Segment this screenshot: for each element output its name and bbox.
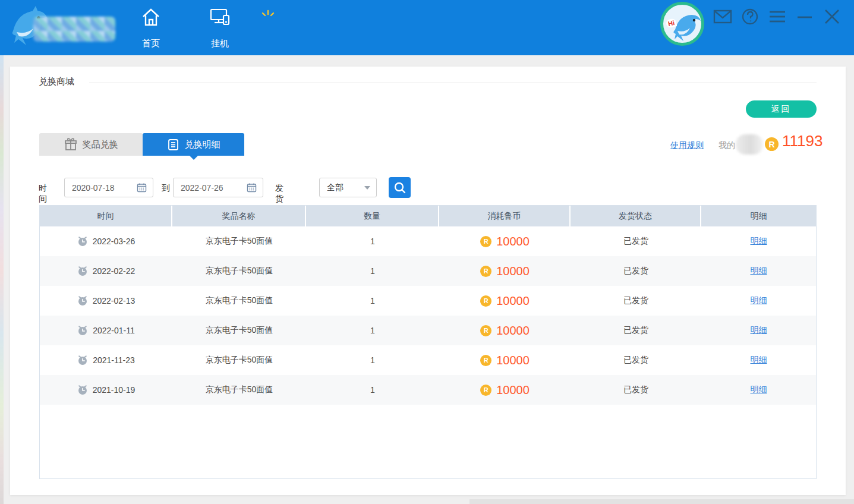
menu-icon[interactable] [768, 7, 787, 26]
header-detail: 明细 [701, 206, 816, 226]
cell-shipping-status: 已发货 [571, 226, 701, 256]
cell-coins-value: 10000 [496, 383, 530, 397]
sparkle-icon [260, 10, 276, 21]
cell-shipping-status: 已发货 [571, 375, 701, 405]
tab-exchange-details-label: 兑换明细 [185, 139, 220, 150]
coin-icon: R [480, 236, 491, 247]
cell-time: 2022-02-22 [40, 256, 172, 286]
chevron-down-icon [364, 186, 370, 190]
main-nav: 首页 挂机 [132, 7, 239, 49]
detail-link[interactable]: 明细 [751, 355, 767, 366]
monitor-phone-icon [209, 7, 231, 27]
cell-quantity: 1 [306, 226, 439, 256]
cell-time-value: 2022-02-22 [93, 266, 135, 276]
date-to-input[interactable]: 2022-07-26 [173, 178, 263, 197]
user-avatar[interactable]: Hi [660, 2, 704, 46]
cell-prize-name: 京东电子卡50面值 [172, 226, 306, 256]
cell-coins-spent: R 10000 [439, 286, 571, 316]
detail-link[interactable]: 明细 [751, 385, 767, 395]
clock-icon [77, 266, 88, 276]
titlebar: 首页 挂机 Hi [0, 0, 854, 55]
cell-quantity: 1 [306, 286, 439, 316]
table-row: 2022-02-22 京东电子卡50面值 1 R 10000 已发货 明细 [40, 256, 816, 286]
cell-shipping-status: 已发货 [571, 316, 701, 345]
to-label: 到 [162, 183, 170, 194]
date-from-input[interactable]: 2020-07-18 [64, 178, 153, 197]
coin-balance: 11193 [782, 132, 823, 150]
cell-coins-spent: R 10000 [439, 226, 571, 256]
nav-home[interactable]: 首页 [132, 7, 170, 49]
cell-time: 2022-03-26 [40, 226, 172, 256]
cell-coins-spent: R 10000 [439, 345, 571, 375]
detail-link[interactable]: 明细 [751, 295, 767, 306]
date-from-value: 2020-07-18 [72, 183, 137, 193]
search-button[interactable] [389, 177, 411, 198]
coin-icon: R [480, 385, 491, 396]
date-to-value: 2022-07-26 [181, 183, 247, 193]
clock-icon [77, 236, 88, 247]
title-divider [89, 83, 817, 83]
cell-shipping-status: 已发货 [571, 286, 701, 316]
app-name-blurred [33, 17, 115, 42]
cell-coins-value: 10000 [496, 354, 530, 367]
coin-icon: R [480, 295, 491, 307]
cell-quantity: 1 [306, 375, 439, 405]
tab-prize-exchange-label: 奖品兑换 [83, 139, 118, 150]
cell-quantity: 1 [306, 316, 439, 345]
tab-exchange-details[interactable]: 兑换明细 [143, 133, 244, 156]
cell-coins-value: 10000 [496, 294, 530, 308]
cell-coins-spent: R 10000 [439, 375, 571, 405]
cell-shipping-status: 已发货 [571, 256, 701, 286]
header-coins-spent: 消耗鲁币 [439, 206, 571, 226]
time-filter-label: 时间 [39, 183, 47, 204]
clock-icon [77, 325, 88, 336]
cell-prize-name: 京东电子卡50面值 [172, 316, 306, 345]
table-body: 2022-03-26 京东电子卡50面值 1 R 10000 已发货 明细 [40, 226, 816, 405]
taskbar-edge [469, 499, 854, 504]
cell-time: 2021-10-19 [40, 375, 172, 405]
cell-time: 2022-01-11 [40, 316, 172, 345]
shipping-status-value: 全部 [327, 182, 360, 193]
close-icon[interactable] [823, 7, 842, 26]
nav-idle-label: 挂机 [211, 38, 229, 49]
shipping-status-select[interactable]: 全部 [319, 178, 377, 197]
cell-time-value: 2021-10-19 [93, 385, 135, 395]
exchange-details-table: 时间 奖品名称 数量 消耗鲁币 发货状态 明细 2022-03-26 京东电子卡… [39, 205, 817, 479]
table-row: 2021-11-23 京东电子卡50面值 1 R 10000 已发货 明细 [40, 345, 816, 375]
cell-time: 2022-02-13 [40, 286, 172, 316]
calendar-icon [137, 182, 147, 193]
cell-coins-value: 10000 [496, 324, 530, 338]
cell-prize-name: 京东电子卡50面值 [172, 345, 306, 375]
header-time: 时间 [40, 206, 172, 226]
app-window: 首页 挂机 Hi [0, 0, 854, 504]
coin-icon: R [480, 325, 491, 336]
detail-link[interactable]: 明细 [751, 325, 767, 336]
cell-coins-value: 10000 [496, 235, 530, 248]
back-button[interactable]: 返回 [746, 100, 817, 118]
titlebar-icons [713, 6, 842, 27]
cell-time-value: 2021-11-23 [93, 355, 135, 365]
tab-prize-exchange[interactable]: 奖品兑换 [39, 133, 143, 156]
cell-coins-spent: R 10000 [439, 316, 571, 345]
coin-icon: R [480, 355, 491, 366]
help-icon[interactable] [740, 7, 760, 26]
usage-rules-link[interactable]: 使用规则 [670, 140, 704, 151]
header-shipping-status: 发货状态 [571, 206, 701, 226]
header-quantity: 数量 [306, 206, 439, 226]
minimize-icon[interactable] [795, 7, 814, 26]
cell-shipping-status: 已发货 [571, 345, 701, 375]
cell-coins-spent: R 10000 [439, 256, 571, 286]
mail-icon[interactable] [713, 7, 732, 26]
detail-link[interactable]: 明细 [751, 266, 767, 276]
detail-link[interactable]: 明细 [751, 236, 767, 247]
cell-prize-name: 京东电子卡50面值 [172, 286, 306, 316]
tab-bar: 奖品兑换 兑换明细 [39, 133, 244, 156]
cell-time-value: 2022-02-13 [93, 296, 135, 305]
list-icon [167, 138, 179, 151]
balance-name-blurred [736, 134, 763, 155]
table-row: 2022-03-26 京东电子卡50面值 1 R 10000 已发货 明细 [40, 226, 816, 256]
search-icon [393, 181, 406, 194]
page-title: 兑换商城 [39, 76, 74, 87]
nav-idle[interactable]: 挂机 [201, 7, 239, 49]
table-row: 2022-01-11 京东电子卡50面值 1 R 10000 已发货 明细 [40, 316, 816, 345]
